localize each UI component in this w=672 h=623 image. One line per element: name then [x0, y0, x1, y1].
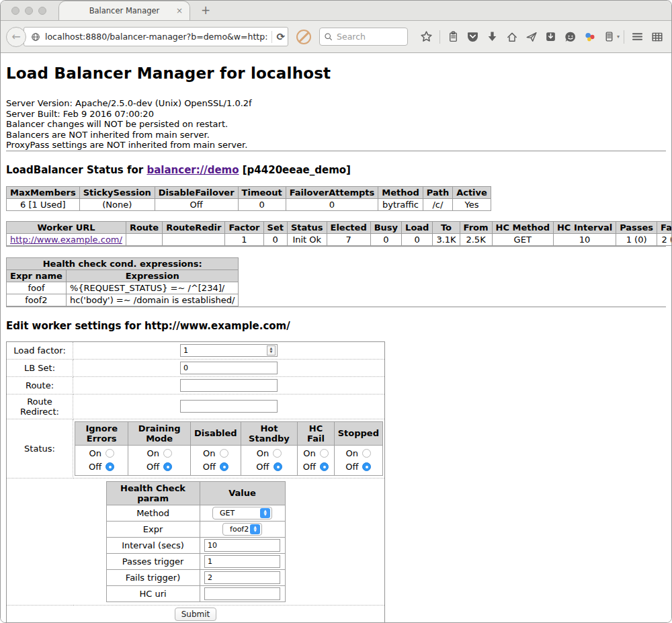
interval-input[interactable] — [204, 539, 280, 552]
status-radio-row: On Off On Off On Off — [75, 445, 383, 475]
fails-input[interactable] — [204, 571, 280, 584]
route-input[interactable] — [180, 379, 278, 392]
off-label: Off — [345, 460, 358, 474]
url-bar[interactable]: localhost:8880/balancer-manager?b=demo&w… — [24, 27, 288, 46]
expr-select[interactable]: foof2 ▲▼ — [222, 523, 262, 536]
table-row: foof %{REQUEST_STATUS} =~ /^[234]/ — [7, 282, 239, 294]
col-factor: Factor — [225, 221, 263, 233]
balancer-demo-link[interactable]: balancer://demo — [146, 164, 239, 176]
tab-balancer-manager[interactable]: Balancer Manager × — [58, 1, 190, 20]
cell-to: 3.1K — [433, 233, 460, 245]
cell-route — [126, 233, 162, 245]
radio-hot-standby-on[interactable] — [273, 449, 282, 458]
submit-button[interactable]: Submit — [175, 608, 217, 621]
radio-hc-fail-off[interactable] — [320, 462, 329, 471]
route-redirect-input[interactable] — [180, 400, 278, 413]
reload-icon[interactable]: ⟳ — [276, 31, 285, 43]
server-info: Server Version: Apache/2.5.0-dev (Unix) … — [6, 98, 666, 151]
lb-set-label: LB Set: — [7, 359, 73, 376]
status-label: Status: — [7, 419, 73, 478]
new-tab-button[interactable]: + — [201, 3, 210, 17]
cell-active: Yes — [453, 198, 491, 210]
globe-icon — [31, 32, 40, 42]
search-input[interactable]: Search — [319, 28, 408, 46]
fails-label: Fails trigger) — [106, 569, 200, 585]
cell-expression: hc('body') =~ /domain is established/ — [66, 294, 239, 306]
col-elected: Elected — [327, 221, 370, 233]
hc-uri-input[interactable] — [204, 587, 280, 600]
radio-disabled-on[interactable] — [220, 449, 228, 458]
search-placeholder: Search — [337, 32, 366, 42]
url-text[interactable]: localhost:8880/balancer-manager?b=demo&w… — [45, 32, 267, 42]
number-spinner-icon[interactable]: ▲▼ — [267, 345, 276, 356]
cell-expression: %{REQUEST_STATUS} =~ /^[234]/ — [66, 282, 239, 294]
pocket-icon[interactable] — [464, 28, 482, 46]
back-button[interactable]: ← — [6, 27, 26, 47]
hc-param-row-passes: Passes trigger — [106, 553, 285, 569]
hc-param-row-interval: Interval (secs) — [106, 537, 285, 553]
toolbar-icons: ▾ — [417, 28, 666, 46]
menu-hamburger-icon[interactable] — [628, 28, 646, 46]
dropdown-caret-icon[interactable]: ▾ — [617, 34, 620, 40]
radio-hc-fail-on[interactable] — [320, 449, 329, 458]
cell-timeout: 0 — [238, 198, 286, 210]
hc-param-row-expr: Expr foof2 ▲▼ — [106, 521, 285, 537]
cell-expr-name: foof2 — [7, 294, 67, 306]
home-icon[interactable] — [503, 28, 521, 46]
page-content: Load Balancer Manager for localhost Serv… — [1, 53, 671, 623]
radio-hot-standby-off[interactable] — [274, 462, 282, 471]
on-label: On — [346, 447, 358, 460]
table-row: foof2 hc('body') =~ /domain is establish… — [7, 294, 239, 306]
send-to-device-icon[interactable] — [522, 28, 540, 46]
col-fails: Fails — [657, 221, 672, 233]
divider — [6, 306, 666, 308]
col-timeout: Timeout — [238, 186, 286, 198]
off-label: Off — [89, 460, 101, 474]
search-icon — [324, 32, 333, 41]
col-value: Value — [200, 481, 285, 505]
lb-set-input[interactable] — [180, 362, 278, 374]
palette-dots-icon[interactable] — [581, 28, 599, 46]
window-controls[interactable] — [11, 7, 46, 15]
radio-stopped-on[interactable] — [362, 449, 371, 458]
radio-stopped-off[interactable] — [362, 462, 371, 471]
route-redirect-label: Route Redirect: — [7, 394, 73, 419]
cell-load: 0 — [402, 233, 433, 245]
off-label: Off — [146, 460, 159, 474]
load-factor-input[interactable]: ▲▼ — [180, 344, 278, 357]
passes-input[interactable] — [204, 555, 280, 568]
minimize-window-button[interactable] — [25, 7, 33, 15]
cell-path: /c/ — [423, 198, 452, 210]
off-label: Off — [203, 460, 216, 474]
browser-window: Balancer Manager × + ← localhost:8880/ba… — [0, 0, 672, 623]
radio-ignore-errors-on[interactable] — [106, 449, 114, 458]
save-to-app-icon[interactable] — [542, 28, 560, 46]
radio-draining-mode-off[interactable] — [163, 462, 172, 471]
load-factor-field[interactable] — [181, 345, 267, 356]
col-draining-mode: Draining Mode — [128, 421, 191, 445]
method-select[interactable]: GET ▲▼ — [212, 507, 272, 520]
edit-worker-form: Load factor: ▲▼ LB Set: Route: Route Red… — [6, 341, 385, 623]
radio-draining-mode-on[interactable] — [163, 449, 172, 458]
close-tab-icon[interactable]: × — [176, 6, 183, 15]
extension-panel-icon[interactable] — [600, 28, 618, 46]
content-blocked-icon[interactable] — [296, 30, 311, 44]
cell-hc-interval: 10 — [553, 233, 616, 245]
radio-disabled-off[interactable] — [220, 462, 228, 471]
route-label: Route: — [7, 376, 73, 394]
worker-url-link[interactable]: http://www.example.com/ — [10, 235, 122, 245]
bookmark-star-icon[interactable] — [417, 28, 435, 46]
close-window-button[interactable] — [11, 7, 19, 15]
downloads-icon[interactable] — [483, 28, 501, 46]
cell-fails: 2 (0) — [657, 233, 672, 245]
table-row: 6 [1 Used] (None) Off 0 0 bytraffic /c/ … — [7, 198, 491, 210]
radio-ignore-errors-off[interactable] — [106, 462, 114, 471]
clipboard-icon[interactable] — [444, 28, 462, 46]
cell-stickysession: (None) — [79, 198, 155, 210]
hc-params-header-row: Health Check param Value — [106, 481, 285, 505]
on-label: On — [89, 447, 101, 460]
zoom-window-button[interactable] — [38, 7, 46, 15]
note-persist: Balancer changes will NOT be persisted o… — [6, 119, 666, 130]
chat-smiley-icon[interactable] — [561, 28, 579, 46]
grid-icon[interactable] — [648, 28, 666, 46]
